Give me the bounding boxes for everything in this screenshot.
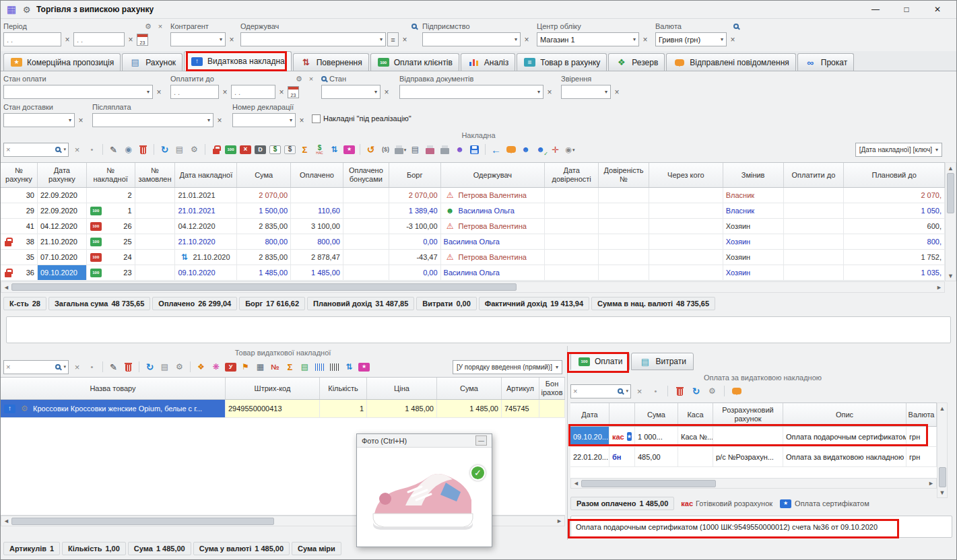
pay100-green-icon[interactable]: 100 [225,145,236,154]
cancel-red-icon[interactable]: × [240,145,251,154]
photo-titlebar[interactable]: Фото (Ctrl+H) — [357,434,492,448]
person-check-icon[interactable]: ☻✓ [534,143,547,156]
pislyaplata-clear[interactable] [215,113,224,127]
sum-sigma-icon[interactable]: Σ [298,143,311,156]
gift-icon[interactable]: ★ [358,363,370,372]
nomer-deklaratsii-combo[interactable] [232,113,296,127]
clear-icon[interactable]: × [573,387,577,395]
invoice-row[interactable]: 3821.10.20201002521.10.2020800,00800,000… [1,234,945,250]
search-dd-icon[interactable]: • [649,385,662,398]
column-header[interactable]: Назва товару [1,378,226,399]
calendar-icon[interactable] [288,86,299,98]
column-header[interactable]: Оплачено [291,163,343,187]
printer-gray-icon[interactable] [438,143,451,156]
payments-horizontal-scrollbar[interactable]: ◄► [570,478,937,489]
column-header[interactable]: Опис [783,403,906,426]
period-clear-icon[interactable] [156,22,165,31]
period-from-input[interactable]: . . [3,32,61,46]
column-header[interactable]: № замовлен [135,163,176,187]
currency-clear[interactable] [728,32,737,46]
pislyaplata-combo[interactable] [92,113,213,127]
period-to-clear[interactable] [126,32,135,46]
pidpryemstvo-combo[interactable] [422,32,521,46]
column-header[interactable]: Дата довіреності [545,163,599,187]
paste-icon[interactable]: ▤ [158,361,171,374]
payments-search-input[interactable]: × ▾ [570,384,631,398]
clear-icon[interactable]: × [71,361,84,374]
tree-pink-icon[interactable]: ❋ [209,361,222,374]
column-header[interactable]: Валюта [906,403,937,426]
main-tab-8[interactable]: Відправлені повідомлення [666,53,796,71]
column-header[interactable]: Оплатити до [784,163,845,187]
column-header[interactable]: Артикул [502,378,539,399]
dollar-nas-icon[interactable]: $НАС [313,143,326,156]
nomer-deklaratsii-clear[interactable] [297,113,306,127]
chat-bubble-icon[interactable] [730,385,743,398]
main-tab-6[interactable]: ≡Товар в рахунку [517,53,607,71]
oderzhuvach-clear[interactable] [400,32,409,46]
period-from-clear[interactable] [63,32,72,46]
edit-icon[interactable]: ✎ [107,361,120,374]
column-header[interactable]: Через кого [649,163,723,187]
search-icon[interactable] [55,147,61,152]
oblik-center-combo[interactable]: Магазин 1 [537,32,639,46]
save-icon[interactable] [468,143,481,156]
clear-icon[interactable]: × [6,363,10,371]
main-tab-3[interactable]: ⇅Повернення [293,53,369,71]
zvirennya-combo[interactable] [561,85,611,99]
payments-tab-0[interactable]: 100Оплати [570,353,630,370]
search-icon[interactable] [618,388,623,394]
main-tab-7[interactable]: ❖Резерв [608,53,665,71]
minimize-button[interactable]: — [869,5,882,14]
payments-tab-1[interactable]: ▤Витрати [631,353,694,370]
invoice-row[interactable]: 3022.09.2020221.01.20212 070,002 070,00⚠… [1,188,945,203]
vidpravka-combo[interactable] [399,85,543,99]
product-row[interactable]: ↑⚙Кроссовки Кроссовки женские Opium, бел… [1,400,565,418]
badge-dollar-icon[interactable]: $ [269,145,281,154]
calc-icon[interactable]: ▦ [254,361,267,374]
oplatyty-clear-icon[interactable] [306,74,316,83]
kontragent-clear[interactable] [227,32,236,46]
move-cross-icon[interactable]: ✛ [549,143,562,156]
column-header[interactable]: Борг [389,163,441,187]
refresh-icon[interactable]: ↻ [690,385,702,398]
view-icon[interactable]: ◉ [122,143,135,156]
clear-icon[interactable]: × [633,385,646,398]
column-header[interactable]: Розрахунковий рахунок [713,403,783,426]
column-header[interactable]: Довіреність № [599,163,649,187]
chat-bubble-icon[interactable] [504,143,517,156]
barcode-dark-icon[interactable] [328,361,341,374]
oplatyty-settings-icon[interactable] [294,74,304,83]
stan-dostavky-clear[interactable] [76,113,86,127]
close-button[interactable]: ✕ [931,5,944,14]
column-header[interactable]: Дата рахунку [38,163,87,187]
currency-combo[interactable]: Гривня (грн) [655,32,727,46]
settings-gear-icon[interactable] [22,5,32,15]
printer-color-icon[interactable] [424,143,436,156]
transfer-icon[interactable]: ⇅ [343,361,356,374]
pidpryemstvo-clear[interactable] [522,32,531,46]
stan-dostavky-combo[interactable] [3,113,75,127]
transfer-icon[interactable]: ⇅ [328,143,341,156]
calendar-icon[interactable] [137,34,148,46]
column-header[interactable]: Сума [437,378,502,399]
search-icon[interactable] [411,24,417,29]
tag-orange-icon[interactable]: ⚑ [239,361,252,374]
column-header[interactable] [609,403,635,426]
kontragent-combo[interactable] [170,32,226,46]
stan-clear[interactable] [382,85,391,99]
column-header[interactable]: Дата [570,403,609,426]
search-dd-icon[interactable]: • [86,143,98,156]
stan-oplaty-clear[interactable] [154,85,164,99]
column-header[interactable]: Ціна [367,378,437,399]
stan-combo[interactable] [321,85,381,99]
column-header[interactable]: Бон ірахов [539,378,565,399]
column-header[interactable]: № накладної [87,163,135,187]
column-header[interactable]: Дата накладної [175,163,237,187]
payment-row[interactable]: 09.10.20...кас★1 000...Каса №...Оплата п… [570,427,937,447]
main-tab-1[interactable]: ▤Рахунок [122,53,183,71]
column-header[interactable]: Оплачено бонусами [343,163,389,187]
main-tab-0[interactable]: ★Комерційна пропозиція [3,53,121,71]
product-sort-dropdown[interactable]: [У порядку введення (прямий)] [453,360,562,374]
doc-print-icon[interactable]: ▤ [409,143,422,156]
